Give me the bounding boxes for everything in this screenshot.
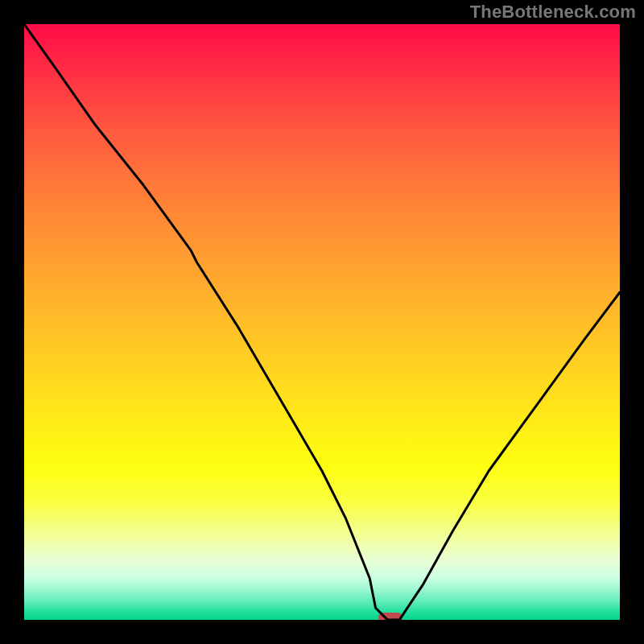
- watermark-text: TheBottleneck.com: [470, 2, 636, 23]
- bottleneck-curve: [24, 24, 620, 620]
- chart-area: [24, 24, 620, 620]
